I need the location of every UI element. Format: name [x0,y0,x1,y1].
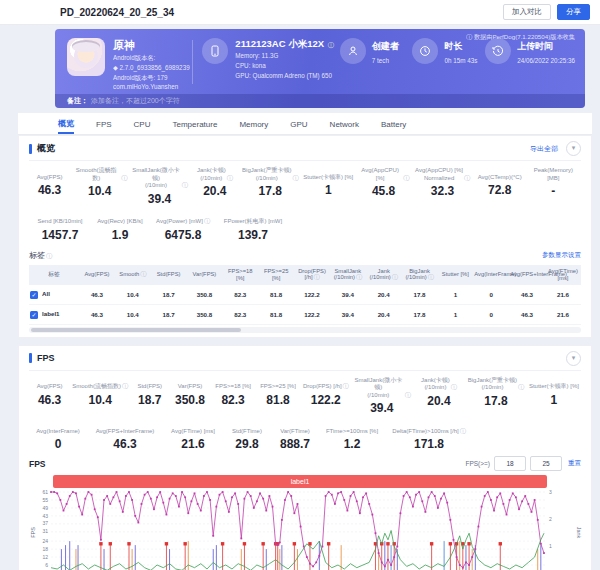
svg-text:24: 24 [42,538,48,544]
metric-value: 81.8 [258,393,299,407]
svg-text:FPS: FPS [30,527,36,538]
tab-network[interactable]: Network [330,116,359,134]
info-icon[interactable]: ⓘ [227,175,233,183]
column-header: Var(FPS) [187,265,223,285]
info-icon[interactable]: ⓘ [405,392,411,400]
table-horizontal-scrollbar[interactable] [29,327,581,333]
metric-label: Var(FPS) [171,377,208,391]
metric-label: Avg(Recv) [KB/s] [93,212,147,226]
collapse-button[interactable]: ▾ [566,351,581,366]
label1-banner[interactable]: label1 [53,475,547,488]
metric-label: Avg(InterFrame) [31,421,85,435]
top-bar: PD_20220624_20_25_34 加入对比 分享 [0,0,600,25]
collapse-button[interactable]: ▾ [566,141,581,156]
tab-fps[interactable]: FPS [96,116,112,134]
info-icon[interactable]: ⓘ [428,274,434,280]
section-accent [29,144,32,154]
table-cell: 46.3 [79,285,115,305]
creator-block: 创建者 7 tech [340,38,407,64]
info-icon[interactable]: ⓘ [314,274,320,280]
info-icon[interactable]: ⓘ [392,274,398,280]
metric-value: 10.4 [72,393,128,407]
overview-metrics-row1: Avg(FPS)46.3Smooth(流畅指数)ⓘ10.4SmallJank(微… [29,167,581,206]
tab-temperature[interactable]: Temperature [172,116,217,134]
remark-bar[interactable]: 备注： 添加备注，不超过200个字符 [55,94,585,108]
fps-threshold-input-2[interactable] [530,456,562,471]
remark-label: 备注： [67,96,88,106]
info-icon[interactable]: ⓘ [122,383,128,391]
upload-time-value: 24/06/2022 20:25:36 [517,57,575,64]
metric-value: 29.8 [225,437,269,451]
metric: SmallJank(微小卡顿) (/10min)ⓘ39.4 [129,167,190,206]
info-icon[interactable]: ⓘ [121,175,127,183]
metric: BigJank(严重卡顿) (/10min)ⓘ17.8 [465,377,527,416]
info-icon[interactable]: ⓘ [46,253,52,259]
add-to-compare-button[interactable]: 加入对比 [503,4,551,20]
fps-threshold-input-1[interactable] [494,456,526,471]
metric-value: 1 [529,393,579,407]
table-row: ✓All46.310.418.7350.882.381.8122.239.420… [29,285,581,305]
metric-label: FTime>=100ms [%] [321,421,383,435]
table-cell: 1 [437,304,473,324]
metric: Avg(CTemp)(°C)72.8 [474,167,526,206]
info-icon[interactable]: ⓘ [403,175,409,183]
divider [192,40,193,84]
svg-text:55: 55 [42,497,48,503]
column-header: FPS>=18 [%] [222,265,258,285]
tab-overview[interactable]: 概览 [58,114,74,134]
fps-metrics-row1: Avg(FPS)46.3Smooth(流畅指数)ⓘ10.4Std(FPS)18.… [29,377,581,416]
clock-icon [412,38,438,64]
tab-cpu[interactable]: CPU [134,116,151,134]
svg-text:3: 3 [549,489,552,495]
info-icon[interactable]: ⓘ [328,42,334,48]
info-icon[interactable]: ⓘ [292,175,298,183]
share-button[interactable]: 分享 [557,4,590,20]
tab-gpu[interactable]: GPU [290,116,307,134]
overview-metrics-row2: Send [KB/10min]1457.7Avg(Recv) [KB/s]1.9… [29,212,581,242]
fps-threshold-label: FPS(>=) [465,460,490,467]
tab-memory[interactable]: Memory [239,116,268,134]
metric-value: 17.8 [242,184,299,198]
labels-table: 标签Avg(FPS)SmoothⓘStd(FPS)Var(FPS)FPS>=18… [29,265,581,325]
overview-section-title: 概览 [37,142,530,155]
export-all-link[interactable]: 导出全部 [530,144,558,154]
fps-section-title: FPS [37,353,566,363]
app-icon [67,38,105,76]
device-cpu: CPU: kona [235,61,333,71]
metric: Smooth(流畅指数)ⓘ10.4 [70,377,130,416]
param-display-settings-link[interactable]: 参数显示设置 [542,251,581,260]
metric-value: 72.8 [476,183,524,197]
info-icon[interactable]: ⓘ [140,271,146,277]
info-icon[interactable]: ⓘ [182,182,188,190]
table-cell: 0 [473,304,509,324]
info-icon[interactable]: ⓘ [518,384,524,392]
metric: BigJank(严重卡顿) (/10min)ⓘ17.8 [240,167,301,206]
table-cell: 1 [437,285,473,305]
row-checkbox[interactable]: ✓ [30,311,38,319]
info-icon[interactable]: ⓘ [204,218,210,226]
metric: SmallJank(微小卡顿) (/10min)ⓘ39.4 [351,377,413,416]
column-header: Jank (/10min)ⓘ [366,265,402,285]
info-icon[interactable]: ⓘ [343,383,349,391]
metric: FPower(耗电率) [mW]139.7 [217,212,289,242]
tab-battery[interactable]: Battery [381,116,406,134]
info-icon[interactable]: ⓘ [460,428,466,436]
metric: Avg(FPS+InterFrame)46.3 [87,421,163,451]
fps-chart[interactable]: 06121824313743495561012300:0000:4801:360… [29,489,581,570]
metric-label: Avg(CTemp)(°C) [476,167,524,181]
metric-label: Drop(FPS) [/h]ⓘ [303,377,350,391]
metric-label: Jank(卡顿) (/10min)ⓘ [192,167,238,182]
row-checkbox[interactable]: ✓ [30,291,38,299]
metric-label: Avg(Power) [mW]ⓘ [151,212,215,226]
metric-label: BigJank(严重卡顿) (/10min)ⓘ [467,377,525,392]
info-icon[interactable]: ⓘ [356,274,362,280]
scrollbar-thumb[interactable] [31,328,241,332]
info-icon[interactable]: ⓘ [464,175,470,183]
table-cell: 82.3 [222,304,258,324]
metric-value: 122.2 [303,393,350,407]
reset-link[interactable]: 重置 [568,459,581,468]
table-cell: 39.4 [330,285,366,305]
metric-label: Smooth(流畅指数)ⓘ [72,167,127,182]
table-cell: 0 [473,285,509,305]
info-icon[interactable]: ⓘ [451,384,457,392]
